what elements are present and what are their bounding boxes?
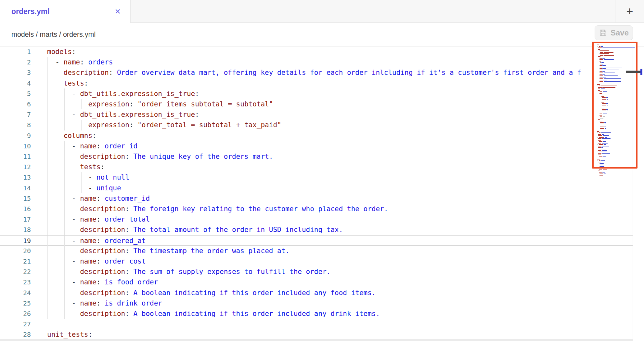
code-line-text: description: A boolean indicating if thi… <box>47 288 376 298</box>
line-number: 7 <box>0 109 31 120</box>
code-line-text: description: The sum of supply expenses … <box>47 266 330 277</box>
code-line[interactable]: 5 - dbt_utils.expression_is_true: <box>0 89 633 99</box>
code-line[interactable]: 21 - name: order_cost <box>0 256 633 266</box>
plus-icon: + <box>626 5 633 18</box>
line-number: 28 <box>0 329 31 340</box>
code-line-text: - dbt_utils.expression_is_true: <box>47 89 199 99</box>
line-number: 11 <box>0 151 31 162</box>
code-line[interactable]: 20 description: The timestamp the order … <box>0 246 633 256</box>
code-line[interactable]: 11 description: The unique key of the or… <box>0 151 633 162</box>
code-line-text: description: Order overview data mart, o… <box>47 67 581 78</box>
code-line[interactable]: 24 description: A boolean indicating if … <box>0 288 633 298</box>
code-line-text: - name: is_drink_order <box>47 298 162 308</box>
code-line[interactable]: 17 - name: order_total <box>0 214 633 225</box>
line-number: 23 <box>0 277 31 287</box>
line-number: 14 <box>0 183 31 193</box>
code-line[interactable]: 28unit_tests: <box>0 329 633 340</box>
line-number: 15 <box>0 193 31 204</box>
line-number: 24 <box>0 288 31 298</box>
code-line[interactable]: 18 description: The total amount of the … <box>0 225 633 235</box>
code-line-text: description: The total amount of the ord… <box>47 225 343 235</box>
code-line-text: description: The foreign key relating to… <box>47 204 388 214</box>
code-line[interactable]: 16 description: The foreign key relating… <box>0 204 633 214</box>
code-line[interactable]: 3 description: Order overview data mart,… <box>0 67 633 78</box>
code-line[interactable]: 26 description: A boolean indicating if … <box>0 308 633 319</box>
code-line[interactable]: 27 <box>0 319 633 329</box>
code-line[interactable]: 22 description: The sum of supply expens… <box>0 266 633 277</box>
line-number: 8 <box>0 120 31 130</box>
code-line-text: models: <box>47 47 76 57</box>
line-number: 10 <box>0 141 31 151</box>
ide-window: orders.yml × + models / marts / orders.y… <box>0 0 644 341</box>
floppy-disk-icon <box>599 29 607 37</box>
cursor-position-marker <box>626 71 641 73</box>
code-line-text: tests: <box>47 78 88 89</box>
code-line[interactable]: 25 - name: is_drink_order <box>0 298 633 308</box>
minimap-line <box>599 169 607 170</box>
minimap-line <box>598 170 600 171</box>
line-number: 17 <box>0 214 31 225</box>
code-line-text: - name: order_total <box>47 214 150 225</box>
code-line-text: - not_null <box>47 172 129 183</box>
minimap-line <box>599 175 603 176</box>
code-line-text: - name: order_cost <box>47 256 146 266</box>
save-button[interactable]: Save <box>595 25 633 40</box>
line-number: 25 <box>0 298 31 308</box>
line-number: 3 <box>0 67 31 78</box>
line-number: 26 <box>0 308 31 319</box>
code-line[interactable]: 4 tests: <box>0 78 633 89</box>
code-area[interactable]: 1models:2 - name: orders3 description: O… <box>0 47 644 341</box>
line-number: 9 <box>0 130 31 141</box>
line-number: 27 <box>0 319 31 329</box>
code-line[interactable]: 14 - unique <box>0 183 633 193</box>
line-number: 4 <box>0 78 31 89</box>
line-number: 18 <box>0 225 31 235</box>
close-tab-icon[interactable]: × <box>115 7 121 16</box>
code-line-text: - name: ordered_at <box>47 236 146 246</box>
code-line[interactable]: 6 expression: "order_items_subtotal = su… <box>0 99 633 109</box>
minimap-line <box>599 173 606 174</box>
file-header-row: models / marts / orders.yml Save <box>0 23 644 47</box>
line-number: 2 <box>0 57 31 67</box>
cursor-position-tick <box>640 69 642 75</box>
code-line-text: - name: order_id <box>47 141 137 151</box>
code-line-text: tests: <box>47 162 105 172</box>
code-line-text: description: The unique key of the order… <box>47 151 273 162</box>
tab-orders-yml[interactable]: orders.yml × <box>0 0 131 23</box>
tab-bar: orders.yml × + <box>0 0 644 23</box>
code-line-text: - name: orders <box>47 57 113 67</box>
code-line-text: - unique <box>47 183 121 193</box>
tab-title: orders.yml <box>11 7 50 16</box>
new-tab-button[interactable]: + <box>621 5 639 18</box>
code-line[interactable]: 7 - dbt_utils.expression_is_true: <box>0 109 633 120</box>
code-line-text: unit_tests: <box>47 329 92 340</box>
code-line[interactable]: 9 columns: <box>0 130 633 141</box>
code-line-text: description: A boolean indicating if thi… <box>47 308 380 319</box>
minimap-highlight-box <box>592 42 638 169</box>
line-number: 20 <box>0 246 31 256</box>
line-number: 21 <box>0 256 31 266</box>
breadcrumb: models / marts / orders.yml <box>11 23 96 46</box>
code-line[interactable]: 8 expression: "order_total = subtotal + … <box>0 120 633 130</box>
tab-bar-divider <box>615 0 615 22</box>
code-line-text: expression: "order_total = subtotal + ta… <box>47 120 281 130</box>
minimap-line <box>599 172 605 173</box>
code-line-text: - name: is_food_order <box>47 277 158 287</box>
line-number: 12 <box>0 162 31 172</box>
code-line[interactable]: 12 tests: <box>0 162 633 172</box>
code-line-text: - dbt_utils.expression_is_true: <box>47 109 199 120</box>
code-line-text: description: The timestamp the order was… <box>47 246 290 256</box>
code-line-text: - name: customer_id <box>47 193 150 204</box>
code-line[interactable]: 2 - name: orders <box>0 57 633 67</box>
code-line[interactable]: 19 - name: ordered_at <box>0 235 633 246</box>
code-line[interactable]: 23 - name: is_food_order <box>0 277 633 287</box>
code-line[interactable]: 15 - name: customer_id <box>0 193 633 204</box>
line-number: 5 <box>0 89 31 99</box>
line-number: 16 <box>0 204 31 214</box>
line-number: 19 <box>0 236 31 246</box>
horizontal-scrollbar[interactable] <box>0 339 633 341</box>
line-number: 1 <box>0 47 31 57</box>
code-line[interactable]: 10 - name: order_id <box>0 141 633 151</box>
code-line[interactable]: 1models: <box>0 47 633 57</box>
code-line[interactable]: 13 - not_null <box>0 172 633 183</box>
